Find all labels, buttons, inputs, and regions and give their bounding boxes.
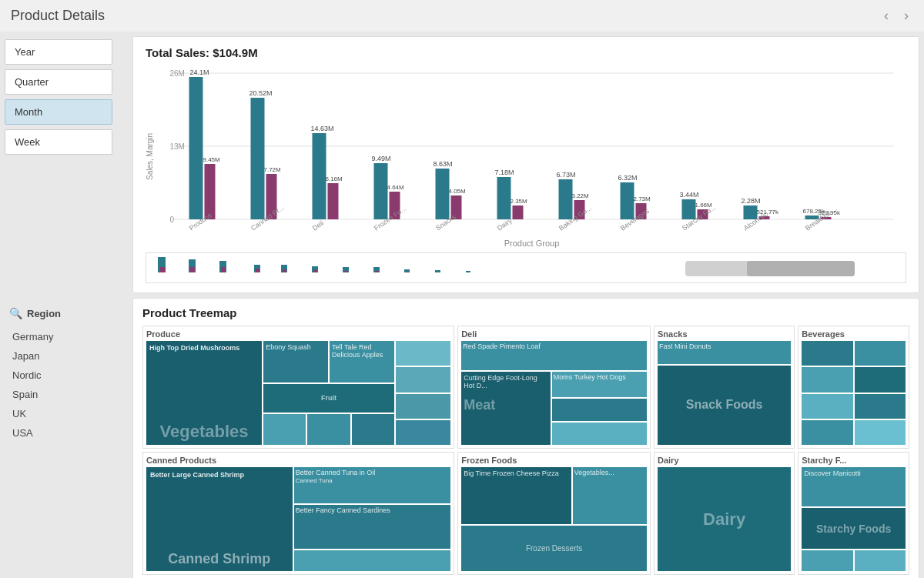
tm-snacks-label: Snacks bbox=[658, 329, 791, 339]
tm-cell-starchyfoods[interactable]: Starchy Foods bbox=[802, 508, 906, 549]
tm-cell-r1[interactable] bbox=[396, 341, 450, 366]
tm-cell-snackfoods[interactable]: Snack Foods bbox=[658, 366, 791, 445]
tm-cell-frozendesserts[interactable]: Frozen Desserts bbox=[461, 526, 647, 571]
region-item-japan[interactable]: Japan bbox=[5, 346, 126, 366]
svg-text:3.22M: 3.22M bbox=[572, 192, 590, 199]
bottom-sidebar: 🔍 Region Germany Japan Nordic Spain UK U… bbox=[5, 298, 126, 578]
treemap-grid: Produce High Top Dried Mushrooms Vegetab… bbox=[142, 326, 909, 575]
region-header: 🔍 Region bbox=[5, 301, 126, 327]
svg-text:24.1M: 24.1M bbox=[190, 68, 209, 76]
tm-beverages: Beverages bbox=[798, 326, 909, 449]
region-item-usa[interactable]: USA bbox=[5, 423, 126, 443]
svg-text:20.52M: 20.52M bbox=[249, 89, 273, 97]
svg-text:3.44M: 3.44M bbox=[680, 191, 699, 199]
tm-cell-s1[interactable] bbox=[802, 550, 852, 571]
filter-week[interactable]: Week bbox=[5, 129, 112, 155]
tm-cell-r2[interactable] bbox=[396, 367, 450, 392]
tm-cell-fastmini[interactable]: Fast Mini Donuts bbox=[658, 341, 791, 364]
sidebar: Year Quarter Month Week bbox=[5, 36, 126, 293]
tm-cell-cuttingedge[interactable]: Cutting Edge Foot-Long Hot D...Meat bbox=[461, 372, 551, 445]
tm-canned-label: Canned Products bbox=[146, 456, 450, 465]
svg-text:7.18M: 7.18M bbox=[495, 169, 514, 176]
svg-text:13M: 13M bbox=[170, 142, 185, 151]
tm-produce-right bbox=[396, 341, 450, 445]
region-item-uk[interactable]: UK bbox=[5, 404, 126, 423]
tm-cell-c1[interactable] bbox=[294, 550, 451, 571]
bottom-layout: 🔍 Region Germany Japan Nordic Spain UK U… bbox=[0, 298, 924, 578]
svg-rect-15 bbox=[328, 183, 339, 219]
mini-chart-svg bbox=[146, 253, 906, 283]
tm-cell-bev6[interactable] bbox=[855, 394, 906, 419]
region-item-germany[interactable]: Germany bbox=[5, 327, 126, 346]
tm-cell-vegetables[interactable]: Vegetables... bbox=[573, 467, 647, 524]
tm-cell-canned-sardines[interactable]: Better Fancy Canned Sardines bbox=[294, 505, 451, 549]
tm-cell-bev5[interactable] bbox=[802, 394, 852, 419]
svg-text:26M: 26M bbox=[170, 69, 185, 78]
tm-produce-label: Produce bbox=[146, 329, 450, 339]
mini-chart-area[interactable] bbox=[146, 252, 906, 283]
tm-produce: Produce High Top Dried Mushrooms Vegetab… bbox=[142, 326, 454, 449]
tm-cell-bev7[interactable] bbox=[802, 420, 852, 445]
region-item-nordic[interactable]: Nordic bbox=[5, 366, 126, 385]
svg-rect-80 bbox=[466, 271, 470, 272]
svg-rect-70 bbox=[283, 269, 286, 272]
tm-snacks: Snacks Fast Mini Donuts Snack Foods bbox=[654, 326, 795, 449]
tm-cell-telltale[interactable]: Tell Tale Red Delicious Apples bbox=[330, 341, 394, 383]
svg-rect-34 bbox=[621, 182, 634, 219]
tm-cell-canned-shrimp[interactable]: Better Large Canned Shrimp Canned Shrimp bbox=[146, 467, 293, 571]
svg-text:6.73M: 6.73M bbox=[557, 171, 576, 179]
tm-cell-r3[interactable] bbox=[396, 394, 450, 419]
tm-canned: Canned Products Better Large Canned Shri… bbox=[142, 452, 454, 575]
tm-dairy: Dairy Dairy bbox=[654, 452, 795, 575]
next-arrow[interactable]: › bbox=[899, 6, 913, 25]
tm-starchy-label: Starchy F... bbox=[802, 456, 906, 465]
svg-text:2.28M: 2.28M bbox=[742, 197, 761, 205]
region-item-spain[interactable]: Spain bbox=[5, 385, 126, 404]
tm-cell-bev4[interactable] bbox=[855, 367, 906, 392]
svg-rect-79 bbox=[435, 270, 440, 272]
svg-text:2.35M: 2.35M bbox=[511, 198, 528, 205]
tm-frozen-inner: Big Time Frozen Cheese Pizza Vegetables.… bbox=[461, 467, 647, 571]
filter-quarter[interactable]: Quarter bbox=[5, 69, 112, 95]
tm-cell-fruit[interactable]: Fruit bbox=[263, 384, 394, 413]
tm-frozen: Frozen Foods Big Time Frozen Cheese Pizz… bbox=[457, 452, 651, 575]
svg-rect-30 bbox=[559, 179, 573, 219]
tm-cell-v1[interactable] bbox=[263, 414, 306, 446]
svg-text:14.63M: 14.63M bbox=[311, 125, 334, 132]
tm-cell-bev8[interactable] bbox=[855, 420, 906, 445]
tm-starchy: Starchy F... Discover Manicotti Starchy … bbox=[798, 452, 909, 575]
chart-title: Total Sales: $104.9M bbox=[146, 46, 906, 59]
tm-cell-d1[interactable] bbox=[552, 399, 647, 421]
svg-rect-64 bbox=[190, 267, 195, 272]
tm-cell-canned-tuna[interactable]: Better Canned Tuna in OilCanned Tuna bbox=[294, 467, 451, 503]
tm-cell-v3[interactable] bbox=[352, 414, 394, 446]
tm-cell-manicotti[interactable]: Discover Manicotti bbox=[802, 467, 906, 506]
tm-cell-dairy-main[interactable]: Dairy bbox=[658, 467, 791, 571]
tm-frozen-label: Frozen Foods bbox=[461, 456, 647, 465]
svg-rect-72 bbox=[313, 270, 317, 272]
tm-cell-ebony[interactable]: Ebony Squash bbox=[263, 341, 328, 383]
svg-text:2.73M: 2.73M bbox=[634, 195, 651, 202]
tm-cell-bev1[interactable] bbox=[802, 341, 852, 366]
svg-rect-18 bbox=[374, 163, 388, 219]
tm-cell-s2[interactable] bbox=[855, 550, 906, 571]
svg-rect-78 bbox=[406, 272, 409, 272]
tm-cell-redspade[interactable]: Red Spade Pimento Loaf bbox=[461, 341, 647, 370]
tm-cell-bev3[interactable] bbox=[802, 367, 852, 392]
prev-arrow[interactable]: ‹ bbox=[879, 6, 893, 25]
tm-cell-v2[interactable] bbox=[307, 414, 350, 446]
tm-cell-r4[interactable] bbox=[396, 420, 450, 445]
tm-cell-moms[interactable]: Moms Turkey Hot Dogs bbox=[552, 372, 647, 397]
page-title: Product Details bbox=[11, 8, 105, 24]
filter-year[interactable]: Year bbox=[5, 39, 112, 65]
tm-cell-high-top[interactable]: High Top Dried Mushrooms Vegetables bbox=[146, 341, 262, 445]
y-axis-label: Sales, Margin bbox=[146, 65, 154, 248]
tm-canned-right: Better Canned Tuna in OilCanned Tuna Bet… bbox=[294, 467, 451, 571]
tm-cell-bev2[interactable] bbox=[855, 341, 906, 366]
tm-cell-bigtimepizza[interactable]: Big Time Frozen Cheese Pizza bbox=[461, 467, 571, 524]
svg-rect-14 bbox=[313, 133, 326, 219]
tm-cell-d2[interactable] bbox=[552, 423, 647, 445]
svg-text:4.05M: 4.05M bbox=[449, 188, 467, 195]
svg-text:9.49M: 9.49M bbox=[372, 155, 391, 162]
filter-month[interactable]: Month bbox=[5, 99, 112, 125]
